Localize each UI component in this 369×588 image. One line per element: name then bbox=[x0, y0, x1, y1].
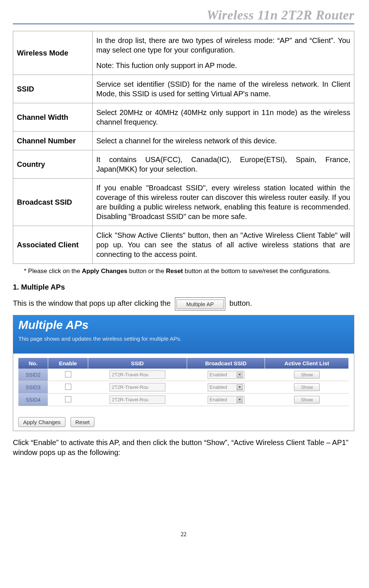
enable-checkbox[interactable] bbox=[65, 396, 71, 402]
broadcast-select[interactable]: Enabled bbox=[208, 371, 244, 379]
def-val: In the drop list, there are two types of… bbox=[93, 31, 354, 75]
col-ssid: SSID bbox=[88, 358, 187, 369]
chevron-down-icon bbox=[237, 372, 243, 378]
def-key: SSID bbox=[13, 75, 93, 103]
def-row: Country It contains USA(FCC), Canada(IC)… bbox=[13, 150, 354, 179]
def-key: Country bbox=[13, 150, 93, 179]
def-row: Broadcast SSID If you enable "Broadcast … bbox=[13, 179, 354, 226]
col-active-client: Active Client List bbox=[265, 358, 349, 369]
ssid-input[interactable] bbox=[110, 383, 165, 391]
def-row: Associated Client Click "Show Active Cli… bbox=[13, 226, 354, 264]
definitions-table: Wireless Mode In the drop list, there ar… bbox=[13, 31, 354, 264]
table-row: SSID3 Enabled Show bbox=[18, 381, 349, 394]
def-key: Channel Number bbox=[13, 132, 93, 150]
def-val: It contains USA(FCC), Canada(IC), Europe… bbox=[93, 150, 354, 179]
def-key: Wireless Mode bbox=[13, 31, 93, 75]
ssid-input[interactable] bbox=[110, 370, 165, 379]
intro-post: button. bbox=[229, 299, 252, 307]
def-row: Wireless Mode In the drop list, there ar… bbox=[13, 31, 354, 75]
def-key: Channel Width bbox=[13, 103, 93, 132]
config-note: * Please click on the Apply Changes butt… bbox=[24, 268, 354, 275]
row-no: SSID4 bbox=[18, 394, 48, 406]
col-enable: Enable bbox=[48, 358, 88, 369]
note-prefix: * Please click on the bbox=[24, 268, 82, 275]
shot-header: Multiple APs This page shows and updates… bbox=[13, 315, 354, 354]
broadcast-select[interactable]: Enabled bbox=[208, 383, 244, 391]
intro-pre: This is the window that pops up after cl… bbox=[13, 299, 171, 307]
table-row: SSID4 Enabled Show bbox=[18, 394, 349, 406]
row-no: SSID2 bbox=[18, 369, 48, 381]
broadcast-select[interactable]: Enabled bbox=[208, 396, 244, 404]
def-val: Select a channel for the wireless networ… bbox=[93, 132, 354, 150]
shot-subtitle: This page shows and updates the wireless… bbox=[18, 336, 349, 342]
def-key: Associated Client bbox=[13, 226, 93, 264]
after-screenshot-text: Click “Enable” to activate this AP, and … bbox=[13, 438, 354, 458]
def-val-p1: In the drop list, there are two types of… bbox=[96, 36, 350, 55]
apply-changes-button[interactable]: Apply Changes bbox=[18, 417, 65, 427]
def-row: Channel Number Select a channel for the … bbox=[13, 132, 354, 150]
note-bold-1: Apply Changes bbox=[82, 268, 128, 275]
select-value: Enabled bbox=[209, 397, 227, 402]
show-button[interactable]: Show bbox=[294, 396, 320, 404]
def-val: If you enable "Broadcast SSID", every wi… bbox=[93, 179, 354, 226]
page-header: Wireless 11n 2T2R Router bbox=[13, 7, 354, 24]
note-suffix: button at the bottom to save/reset the c… bbox=[183, 268, 331, 275]
enable-checkbox[interactable] bbox=[65, 384, 71, 390]
note-bold-2: Reset bbox=[166, 268, 183, 275]
def-val-p2: Note: This fuction only support in AP mo… bbox=[96, 61, 350, 70]
def-row: Channel Width Select 20MHz or 40MHz (40M… bbox=[13, 103, 354, 132]
ssid-input[interactable] bbox=[110, 395, 165, 404]
select-value: Enabled bbox=[209, 372, 227, 377]
col-broadcast: Broadcast SSID bbox=[187, 358, 265, 369]
aps-table: No. Enable SSID Broadcast SSID Active Cl… bbox=[18, 358, 349, 406]
col-no: No. bbox=[18, 358, 48, 369]
def-row: SSID Service set identifier (SSID) for t… bbox=[13, 75, 354, 103]
multiple-aps-screenshot: Multiple APs This page shows and updates… bbox=[13, 315, 354, 431]
section-heading: 1. Multiple APs bbox=[13, 283, 354, 291]
multiple-ap-button-wrap: Multiple AP bbox=[175, 297, 225, 311]
multiple-ap-button[interactable]: Multiple AP bbox=[176, 300, 224, 309]
note-mid: button or the bbox=[128, 268, 166, 275]
show-button[interactable]: Show bbox=[294, 371, 320, 379]
enable-checkbox[interactable] bbox=[65, 371, 71, 377]
aps-table-header: No. Enable SSID Broadcast SSID Active Cl… bbox=[18, 358, 349, 369]
select-value: Enabled bbox=[209, 384, 227, 390]
chevron-down-icon bbox=[237, 397, 243, 403]
def-val: Select 20MHz or 40MHz (40MHz only suppor… bbox=[93, 103, 354, 132]
def-val: Service set identifier (SSID) for the na… bbox=[93, 75, 354, 103]
page-number: 22 bbox=[13, 531, 354, 538]
row-no: SSID3 bbox=[18, 381, 48, 394]
shot-title: Multiple APs bbox=[18, 318, 349, 332]
section-intro: This is the window that pops up after cl… bbox=[13, 297, 354, 311]
reset-button[interactable]: Reset bbox=[71, 417, 94, 427]
def-val: Click "Show Active Clients" button, then… bbox=[93, 226, 354, 264]
def-key: Broadcast SSID bbox=[13, 179, 93, 226]
show-button[interactable]: Show bbox=[294, 383, 320, 391]
table-row: SSID2 Enabled Show bbox=[18, 369, 349, 381]
chevron-down-icon bbox=[237, 384, 243, 390]
